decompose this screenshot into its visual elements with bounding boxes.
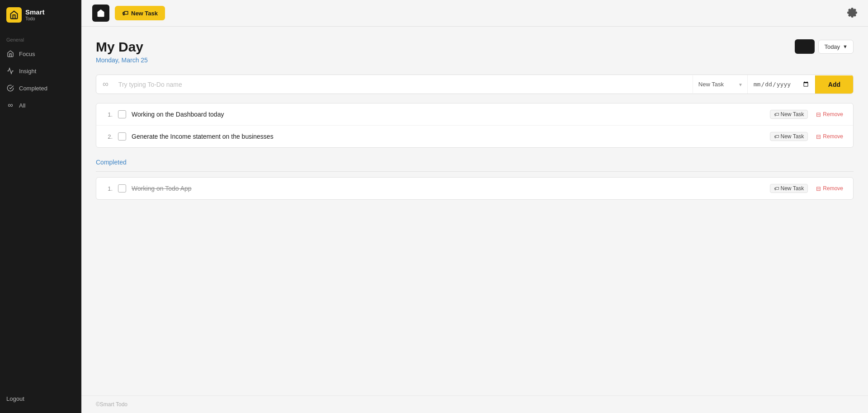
remove-label-2: Remove [823,133,843,140]
task-tag-label-1: New Task [781,111,804,117]
task-checkbox-1[interactable] [118,110,126,118]
task-checkbox-c1[interactable] [118,184,126,192]
table-row: 1. Working on Todo App 🏷 New Task ⊟ Remo… [96,178,853,199]
sidebar-item-focus-label: Focus [19,51,35,57]
task-tag-label-c1: New Task [781,185,804,192]
tag-select[interactable]: New Task Work Personal [693,75,747,93]
remove-label-1: Remove [823,111,843,117]
sidebar-item-completed[interactable]: Completed [0,80,81,97]
sidebar-bottom: Logout [0,388,81,413]
remove-icon-c1: ⊟ [816,185,821,192]
sidebar-item-insight-label: Insight [19,68,36,75]
infinity-add-icon: ∞ [96,80,115,89]
new-task-label: New Task [131,10,158,17]
infinity-icon: ∞ [6,101,14,109]
remove-button-1[interactable]: ⊟ Remove [813,110,846,119]
task-text-c1: Working on Todo App [132,185,764,192]
task-tag-label-2: New Task [781,133,804,140]
add-task-button[interactable]: Add [815,75,853,94]
settings-button[interactable] [847,8,857,19]
tag-icon-1: 🏷 [774,112,779,117]
sidebar-item-completed-label: Completed [19,85,47,92]
remove-label-c1: Remove [823,185,843,192]
tag-icon-c1: 🏷 [774,186,779,191]
sidebar-item-focus[interactable]: Focus [0,45,81,62]
task-tag-2: 🏷 New Task [770,132,808,141]
chart-icon [6,67,14,75]
table-row: 2. Generate the Income statement on the … [96,126,853,147]
new-task-button[interactable]: 🏷 New Task [115,6,165,20]
logo-text: Smart [25,9,45,16]
task-tag-1: 🏷 New Task [770,110,808,119]
completed-section-label: Completed [96,159,854,166]
sidebar-item-all-label: All [19,102,25,109]
task-tag-c1: 🏷 New Task [770,184,808,193]
general-label: General [0,30,81,45]
sidebar: Smart Todo General Focus Insight [0,0,81,413]
sidebar-logo: Smart Todo [0,0,81,30]
topbar: 🏷 New Task [81,0,868,27]
page-title: My Day [96,39,148,55]
remove-button-c1[interactable]: ⊟ Remove [813,184,846,193]
logo-subtext: Todo [25,16,45,21]
page-date: Monday, March 25 [96,56,148,64]
due-date-input[interactable] [747,75,815,94]
filter-button[interactable] [795,39,815,54]
remove-icon-2: ⊟ [816,133,821,140]
task-number: 2. [104,133,113,140]
tag-icon-2: 🏷 [774,134,779,139]
logo-icon [6,7,22,23]
task-checkbox-2[interactable] [118,132,126,141]
today-label: Today [824,43,840,50]
task-name-input[interactable] [115,75,693,94]
sidebar-item-all[interactable]: ∞ All [0,97,81,114]
tag-icon: 🏷 [122,9,128,17]
today-dropdown[interactable]: Today ▼ [818,40,854,54]
tag-select-wrapper: New Task Work Personal ▼ [693,75,747,93]
footer: ©Smart Todo [81,395,868,413]
topbar-left: 🏷 New Task [92,5,165,22]
chevron-down-icon: ▼ [843,44,848,49]
check-circle-icon [6,84,14,92]
filter-group: Today ▼ [795,39,854,54]
remove-button-2[interactable]: ⊟ Remove [813,132,846,141]
content: My Day Monday, March 25 Today ▼ [81,27,868,395]
task-text-2: Generate the Income statement on the bus… [132,133,764,140]
task-text-1: Working on the Dashboard today [132,111,764,118]
remove-icon-1: ⊟ [816,111,821,118]
task-number: 1. [104,111,113,118]
logout-button[interactable]: Logout [6,395,75,402]
home-icon [6,50,14,58]
add-task-row: ∞ New Task Work Personal ▼ Add [96,75,854,94]
page-header: My Day Monday, March 25 Today ▼ [96,39,854,64]
home-button[interactable] [92,5,109,22]
main: 🏷 New Task My Day Monday, March 25 [81,0,868,413]
copyright-text: ©Smart Todo [96,401,127,408]
completed-task-list: 1. Working on Todo App 🏷 New Task ⊟ Remo… [96,177,854,200]
table-row: 1. Working on the Dashboard today 🏷 New … [96,103,853,126]
sidebar-item-insight[interactable]: Insight [0,62,81,80]
task-number: 1. [104,185,113,192]
active-task-list: 1. Working on the Dashboard today 🏷 New … [96,103,854,148]
